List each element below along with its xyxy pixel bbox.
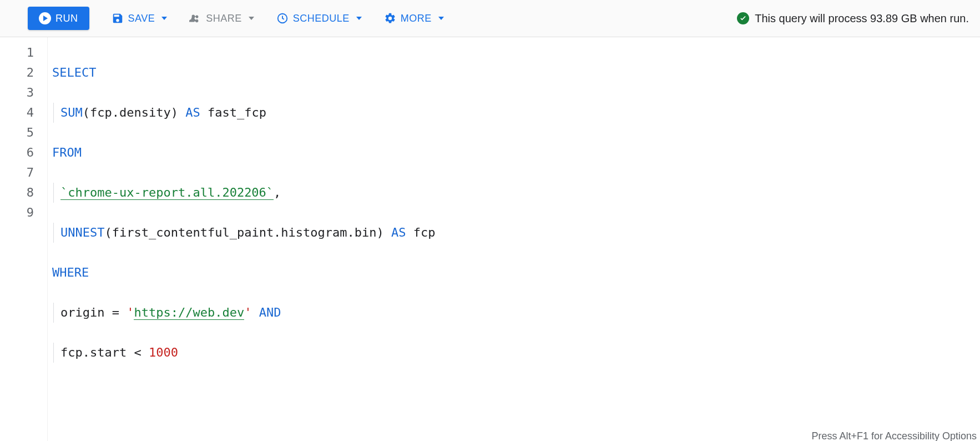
line-gutter: 1 2 3 4 5 6 7 8 9 xyxy=(0,37,48,441)
save-label: SAVE xyxy=(128,13,155,24)
gear-icon xyxy=(384,12,396,24)
play-icon xyxy=(39,12,51,24)
more-label: MORE xyxy=(401,13,432,24)
check-circle-icon xyxy=(737,12,749,24)
clock-icon xyxy=(276,12,289,24)
save-button[interactable]: SAVE xyxy=(112,12,168,24)
status-text: This query will process 93.89 GB when ru… xyxy=(755,12,969,25)
run-label: RUN xyxy=(55,13,78,24)
chevron-down-icon xyxy=(438,17,444,20)
code-area[interactable]: SELECT SUM(fcp.density) AS fast_fcp FROM… xyxy=(48,37,980,441)
query-status: This query will process 93.89 GB when ru… xyxy=(737,12,969,25)
schedule-button[interactable]: SCHEDULE xyxy=(276,12,362,24)
share-label: SHARE xyxy=(206,13,242,24)
chevron-down-icon xyxy=(356,17,362,20)
chevron-down-icon xyxy=(249,17,254,20)
accessibility-hint: Press Alt+F1 for Accessibility Options xyxy=(811,426,977,441)
share-button[interactable]: SHARE xyxy=(189,12,254,24)
save-icon xyxy=(112,12,124,24)
editor-toolbar: RUN SAVE SHARE SCHEDULE MORE This qu xyxy=(0,0,980,37)
svg-point-0 xyxy=(192,15,195,18)
run-button[interactable]: RUN xyxy=(28,7,89,30)
schedule-label: SCHEDULE xyxy=(293,13,350,24)
share-icon xyxy=(189,12,201,24)
sql-editor[interactable]: 1 2 3 4 5 6 7 8 9 SELECT SUM(fcp.density… xyxy=(0,37,980,441)
more-button[interactable]: MORE xyxy=(384,12,444,24)
chevron-down-icon xyxy=(161,17,167,20)
